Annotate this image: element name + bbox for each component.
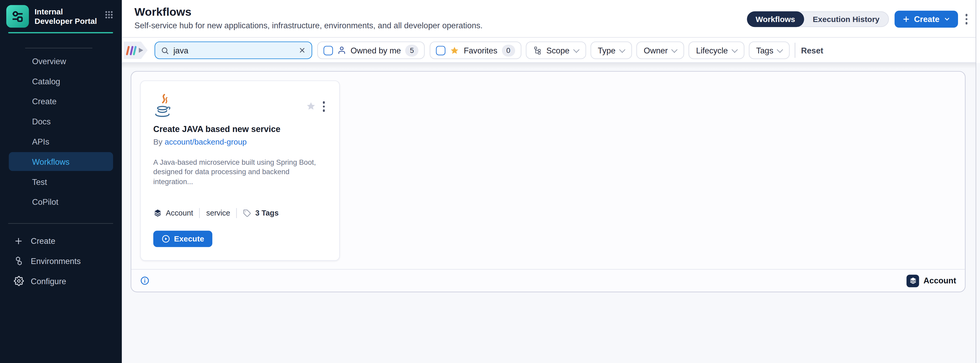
favorites-label: Favorites	[464, 46, 497, 55]
preset-bar-orange	[126, 46, 130, 55]
sidebar-footer-environments[interactable]: Environments	[9, 251, 116, 271]
reset-filters-button[interactable]: Reset	[801, 46, 823, 55]
app-grid-icon[interactable]	[104, 10, 114, 19]
owned-by-me-checkbox[interactable]	[323, 46, 333, 55]
java-logo-icon	[153, 94, 172, 119]
hexagons-icon	[13, 256, 24, 266]
sidebar-item-apis[interactable]: APIs	[9, 132, 113, 151]
workflow-card-description: A Java-based microservice built using Sp…	[153, 158, 329, 187]
user-icon	[337, 46, 346, 55]
main-area: Workflows Self-service hub for new appli…	[122, 0, 980, 363]
sidebar-footer-environments-label: Environments	[31, 256, 81, 266]
sidebar-item-docs[interactable]: Docs	[9, 112, 113, 131]
page-header: Workflows Self-service hub for new appli…	[122, 0, 980, 38]
plus-icon	[902, 15, 910, 23]
favorite-star-icon[interactable]	[306, 101, 316, 111]
scope-tree-icon	[533, 46, 542, 55]
owned-by-me-count: 5	[405, 44, 418, 56]
scope-context-badge[interactable]: Account	[907, 274, 956, 287]
card-kebab-menu[interactable]	[321, 99, 327, 114]
owned-by-me-filter[interactable]: Owned by me 5	[317, 41, 425, 59]
header-actions: Workflows Execution History Create	[747, 11, 969, 28]
sidebar: Internal Developer Portal Overview Catal…	[0, 0, 122, 363]
chevron-down-icon	[777, 46, 783, 53]
sliders-logo-icon	[10, 9, 25, 24]
create-button-label: Create	[914, 14, 939, 24]
sidebar-footer-create[interactable]: Create	[9, 231, 116, 251]
create-button[interactable]: Create	[895, 11, 958, 28]
tab-workflows[interactable]: Workflows	[747, 11, 804, 27]
plus-icon	[13, 236, 24, 246]
chevron-down-icon	[619, 46, 625, 53]
type-dropdown[interactable]: Type	[590, 41, 632, 59]
chevron-down-icon	[573, 46, 579, 53]
app-logo[interactable]	[6, 5, 29, 27]
sidebar-divider-top	[25, 48, 92, 48]
tags-dropdown-label: Tags	[756, 46, 773, 55]
tab-execution-history[interactable]: Execution History	[804, 15, 888, 24]
workflows-grid: Create JAVA based new service By account…	[131, 72, 965, 270]
layers-icon	[153, 209, 162, 218]
execute-button-label: Execute	[174, 234, 204, 243]
sidebar-footer: Create Environments Conf	[9, 231, 116, 291]
meta-divider	[236, 208, 237, 218]
owner-dropdown-label: Owner	[644, 46, 668, 55]
search-box[interactable]	[154, 41, 312, 59]
scrollbar-gutter[interactable]	[975, 0, 976, 363]
header-kebab-menu[interactable]	[963, 11, 969, 27]
account-layers-icon	[907, 274, 919, 287]
card-tags-count[interactable]: 3 Tags	[255, 209, 278, 218]
sidebar-footer-configure-label: Configure	[31, 276, 66, 286]
card-scope-label: Account	[166, 209, 193, 218]
filter-presets-button[interactable]	[124, 41, 148, 59]
scope-dropdown-label: Scope	[546, 46, 570, 55]
sidebar-footer-create-label: Create	[31, 236, 56, 245]
app-title: Internal Developer Portal	[35, 8, 101, 27]
sidebar-nav: Overview Catalog Create Docs APIs Workfl…	[9, 52, 113, 212]
app-root: Internal Developer Portal Overview Catal…	[0, 0, 980, 363]
search-input[interactable]	[173, 46, 298, 55]
content-area: Create JAVA based new service By account…	[122, 63, 980, 363]
execute-button[interactable]: Execute	[153, 231, 212, 247]
workflows-panel: Create JAVA based new service By account…	[130, 71, 966, 292]
favorites-checkbox[interactable]	[436, 46, 445, 55]
lifecycle-dropdown[interactable]: Lifecycle	[689, 41, 744, 59]
sidebar-item-overview[interactable]: Overview	[9, 52, 113, 70]
chevron-down-icon	[671, 46, 678, 53]
info-icon[interactable]	[140, 276, 150, 285]
sidebar-item-create[interactable]: Create	[9, 92, 113, 110]
tag-icon	[243, 209, 251, 217]
owner-dropdown[interactable]: Owner	[636, 41, 684, 59]
expand-play-icon	[138, 48, 143, 53]
type-dropdown-label: Type	[598, 46, 616, 55]
filter-divider	[795, 43, 795, 58]
workflow-card-title: Create JAVA based new service	[153, 124, 327, 134]
sidebar-accent-divider	[8, 32, 113, 33]
lifecycle-dropdown-label: Lifecycle	[696, 46, 728, 55]
by-prefix: By	[153, 138, 162, 146]
sidebar-item-workflows[interactable]: Workflows	[9, 152, 113, 171]
sidebar-item-catalog[interactable]: Catalog	[9, 72, 113, 91]
clear-search-icon[interactable]	[298, 47, 306, 54]
sidebar-divider-bottom	[8, 223, 113, 224]
owned-by-me-label: Owned by me	[350, 46, 401, 55]
sidebar-item-test[interactable]: Test	[9, 172, 113, 191]
search-icon	[161, 46, 169, 54]
workflow-card[interactable]: Create JAVA based new service By account…	[140, 80, 340, 261]
workflow-card-byline: By account/backend-group	[153, 138, 327, 146]
tags-dropdown[interactable]: Tags	[749, 41, 790, 59]
preset-bar-purple	[129, 46, 133, 55]
gear-icon	[13, 275, 24, 286]
owner-group-link[interactable]: account/backend-group	[165, 138, 247, 146]
chevron-down-icon	[731, 46, 738, 53]
play-circle-icon	[162, 234, 170, 243]
sidebar-logo-row: Internal Developer Portal	[0, 0, 122, 28]
chevron-down-icon	[943, 16, 950, 22]
scope-context-label: Account	[923, 276, 956, 285]
scope-dropdown[interactable]: Scope	[526, 41, 586, 59]
sidebar-item-copilot[interactable]: CoPilot	[9, 192, 113, 211]
sidebar-footer-configure[interactable]: Configure	[9, 271, 116, 291]
favorites-filter[interactable]: Favorites 0	[430, 41, 521, 59]
favorites-count: 0	[502, 44, 515, 56]
filter-bar: Owned by me 5 Favorites 0 Scope	[122, 38, 980, 63]
